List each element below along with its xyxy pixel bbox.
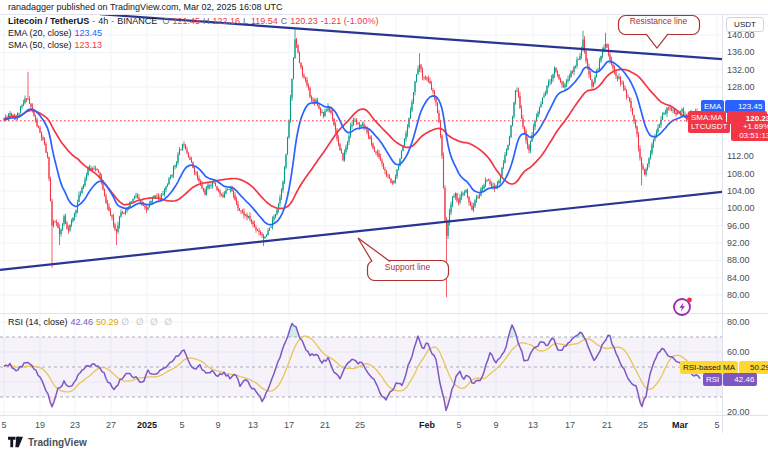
lightning-action-icon[interactable]	[671, 294, 695, 318]
price-tick-label: 84.00	[727, 273, 750, 283]
footer-bar: TradingView	[0, 433, 768, 451]
ohlc-high-key: H	[203, 16, 210, 27]
rsi-legend[interactable]: RSI (14, close) 42.46 50.29 ∅ ∅ ∅ ∅	[8, 317, 174, 329]
time-tick-label: 21	[311, 420, 339, 430]
time-tick-label: 27	[97, 420, 125, 430]
time-tick-label: 13	[519, 420, 547, 430]
time-tick-label: 9	[204, 420, 232, 430]
ltc-badge-countdown: 03:51:13	[734, 132, 768, 141]
rsi-ma-legend-value: 50.29	[96, 317, 119, 328]
sma-legend-row[interactable]: SMA (50, close) 123.13	[8, 40, 378, 51]
symbol-title: Litecoin / TetherUS	[8, 16, 89, 27]
support-callout-text: Support line	[367, 262, 448, 272]
price-tick-label: 140.00	[727, 30, 755, 40]
time-tick-label: 19	[26, 420, 54, 430]
price-tick-label: 92.00	[727, 238, 750, 248]
price-tick-label: 104.00	[727, 186, 755, 196]
price-tick-label: 88.00	[727, 255, 750, 265]
sma-legend-value: 123.13	[75, 40, 103, 51]
header-credit: ranadagger published on TradingView.com,…	[0, 0, 768, 14]
rsi-ma-badge-label: RSI-based MA	[680, 361, 738, 374]
ohlc-low-value: 119.54	[251, 16, 278, 27]
time-tick-label: 25	[346, 420, 374, 430]
rsi-legend-name: RSI (14, close)	[8, 317, 68, 328]
rsi-badge-value: 42.46	[723, 373, 757, 386]
time-tick-label: 5	[0, 420, 18, 430]
price-tick-label: 100.00	[727, 203, 755, 213]
time-tick-label: 25	[629, 420, 657, 430]
price-tick-label: 96.00	[727, 221, 750, 231]
time-tick-label: 5	[703, 420, 731, 430]
rsi-legend-value: 42.46	[71, 317, 94, 328]
time-tick-label: Feb	[413, 420, 441, 430]
rsi-badge-label: RSI	[703, 373, 722, 386]
time-tick-label: 23	[61, 420, 89, 430]
rsi-tick-label: 80.00	[727, 317, 750, 327]
price-tick-label: 136.00	[727, 47, 755, 57]
rsi-tick-label: 20.00	[727, 407, 750, 417]
ohlc-close-key: C	[281, 16, 288, 27]
support-callout-bubble-shape	[348, 230, 452, 286]
symbol-price-badge[interactable]: LTCUSDT 120.23 +1.69% 03:51:13	[688, 114, 768, 142]
ohlc-close-value: 120.23	[290, 16, 318, 27]
ohlc-low-key: L	[243, 16, 248, 27]
symbol-exchange: BINANCE	[117, 16, 157, 27]
time-tick-label: 5	[445, 420, 473, 430]
rsi-ma-badge[interactable]: RSI-based MA 50.29	[680, 361, 768, 374]
support-line-callout[interactable]: Support line	[348, 230, 452, 286]
tradingview-logo-icon[interactable]	[8, 436, 23, 448]
ltc-badge-label: LTCUSDT	[688, 122, 730, 133]
resistance-line-callout[interactable]: Resistance line	[612, 12, 707, 52]
time-tick-label: 13	[239, 420, 267, 430]
price-tick-label: 80.00	[727, 290, 750, 300]
price-tick-label: 108.00	[727, 169, 755, 179]
rsi-tick-label: 60.00	[727, 347, 750, 357]
time-tick-label: 5	[168, 420, 196, 430]
ema-legend-value: 123.45	[75, 28, 103, 39]
ltc-badge-values: 120.23 +1.69% 03:51:13	[731, 114, 768, 142]
symbol-separator: -	[92, 16, 95, 27]
ohlc-change: -1.21 (-1.00%)	[321, 16, 379, 27]
rsi-value-badge[interactable]: RSI 42.46	[703, 373, 757, 386]
price-tick-label: 112.00	[727, 151, 754, 161]
symbol-legend-row[interactable]: Litecoin / TetherUS - 4h - BINANCE O121.…	[8, 16, 378, 27]
time-tick-label: 17	[275, 420, 303, 430]
ohlc-open-value: 121.45	[172, 16, 200, 27]
ema-legend-row[interactable]: EMA (20, close) 123.45	[8, 28, 378, 39]
ohlc-high-value: 122.16	[212, 16, 240, 27]
price-tick-label: 132.00	[727, 65, 755, 75]
time-tick-label: 9	[482, 420, 510, 430]
resistance-callout-text: Resistance line	[618, 16, 699, 26]
main-legend: Litecoin / TetherUS - 4h - BINANCE O121.…	[8, 16, 378, 52]
price-tick-label: 128.00	[727, 82, 755, 92]
time-tick-label: 17	[556, 420, 584, 430]
tradingview-brand-text[interactable]: TradingView	[28, 437, 87, 448]
tradingview-snapshot: ranadagger published on TradingView.com,…	[0, 0, 768, 451]
ohlc-open-key: O	[162, 16, 169, 27]
sma-legend-name: SMA (50, close)	[8, 40, 72, 51]
time-tick-label: 21	[593, 420, 621, 430]
symbol-separator: -	[111, 16, 114, 27]
ema-legend-name: EMA (20, close)	[8, 28, 72, 39]
chart-canvas[interactable]	[0, 0, 768, 451]
time-tick-label: Mar	[666, 420, 694, 430]
symbol-interval: 4h	[98, 16, 108, 27]
rsi-legend-empty-values: ∅ ∅ ∅ ∅	[122, 317, 175, 328]
rsi-ma-badge-value: 50.29	[739, 361, 768, 374]
time-tick-label: 2025	[133, 420, 161, 430]
